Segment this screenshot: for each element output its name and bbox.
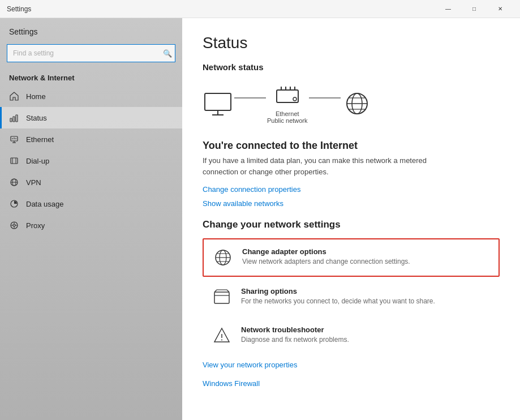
sidebar-item-status[interactable]: Status <box>0 107 182 128</box>
change-network-title: Change your network settings <box>203 219 500 230</box>
computer-icon-group <box>203 91 233 116</box>
sidebar-item-vpn[interactable]: VPN <box>0 172 182 193</box>
window-controls: — □ ✕ <box>435 0 513 18</box>
ethernet-icon <box>9 134 19 144</box>
content-area: Status Network status <box>182 18 520 420</box>
sidebar-section-label: Network & Internet <box>0 69 182 85</box>
sidebar-item-vpn-label: VPN <box>26 178 41 187</box>
sidebar-nav: Home Status <box>0 85 182 420</box>
status-icon <box>9 113 19 123</box>
svg-rect-9 <box>11 158 18 164</box>
network-status-label: Network status <box>203 62 500 72</box>
network-line-1 <box>234 97 266 98</box>
search-input[interactable] <box>7 44 175 62</box>
sidebar-search-container: 🔍 <box>7 44 175 62</box>
page-title: Status <box>203 34 500 52</box>
network-type-label: Public network <box>267 117 308 124</box>
svg-rect-1 <box>13 117 15 122</box>
sidebar-item-datausage-label: Data usage <box>26 200 64 208</box>
sharing-icon <box>212 287 232 307</box>
svg-rect-0 <box>10 118 12 122</box>
troubleshoot-icon <box>212 325 232 346</box>
maximize-button[interactable]: □ <box>461 0 487 18</box>
sidebar: Settings 🔍 Network & Internet Home <box>0 18 182 420</box>
change-adapter-item[interactable]: Change adapter options View network adap… <box>203 238 500 277</box>
bottom-links: View your network properties Windows Fir… <box>203 361 500 393</box>
sidebar-app-title: Settings <box>0 18 182 41</box>
adapter-desc: View network adapters and change connect… <box>242 257 410 267</box>
windows-firewall-link[interactable]: Windows Firewall <box>203 379 500 388</box>
sidebar-item-home[interactable]: Home <box>0 85 182 107</box>
search-icon: 🔍 <box>163 49 172 58</box>
troubleshooter-item[interactable]: Network troubleshooter Diagnose and fix … <box>203 318 500 354</box>
vpn-icon <box>9 177 19 187</box>
troubleshoot-text: Network troubleshooter Diagnose and fix … <box>241 325 349 345</box>
sidebar-item-home-label: Home <box>26 92 46 101</box>
internet-icon-group <box>342 91 372 116</box>
close-button[interactable]: ✕ <box>487 0 513 18</box>
adapter-text: Change adapter options View network adap… <box>242 247 410 267</box>
datausage-icon <box>9 199 19 209</box>
computer-svg <box>203 91 233 116</box>
adapter-title: Change adapter options <box>242 247 410 256</box>
proxy-icon <box>9 220 19 230</box>
svg-rect-22 <box>205 93 231 110</box>
connected-title: You're connected to the Internet <box>203 140 500 152</box>
sidebar-item-status-label: Status <box>26 114 47 122</box>
ethernet-label: Ethernet <box>267 110 308 117</box>
sharing-title: Sharing options <box>241 287 435 295</box>
sharing-text: Sharing options For the networks you con… <box>241 287 435 306</box>
app-body: Settings 🔍 Network & Internet Home <box>0 18 520 420</box>
view-properties-link[interactable]: View your network properties <box>203 361 500 369</box>
adapter-icon <box>213 247 233 268</box>
troubleshoot-title: Network troubleshooter <box>241 325 349 334</box>
svg-point-30 <box>293 97 296 101</box>
home-icon <box>9 91 19 101</box>
router-icon-group: Ethernet Public network <box>267 83 308 124</box>
sidebar-item-dialup[interactable]: Dial-up <box>0 150 182 172</box>
sharing-options-item[interactable]: Sharing options For the networks you con… <box>203 279 500 315</box>
network-line-2 <box>309 97 341 98</box>
show-networks-link[interactable]: Show available networks <box>203 199 500 208</box>
title-bar: Settings — □ ✕ <box>0 0 520 18</box>
sidebar-item-ethernet[interactable]: Ethernet <box>0 128 182 150</box>
change-connection-link[interactable]: Change connection properties <box>203 185 500 194</box>
minimize-button[interactable]: — <box>435 0 461 18</box>
sharing-desc: For the networks you connect to, decide … <box>241 297 435 306</box>
sidebar-item-datausage[interactable]: Data usage <box>0 193 182 215</box>
dialup-icon <box>9 156 19 166</box>
network-diagram: Ethernet Public network <box>203 83 500 124</box>
sidebar-item-proxy-label: Proxy <box>26 221 45 230</box>
globe-svg <box>342 91 372 116</box>
svg-point-17 <box>13 224 15 226</box>
troubleshoot-desc: Diagnose and fix network problems. <box>241 335 349 345</box>
svg-rect-2 <box>16 115 18 122</box>
sidebar-item-dialup-label: Dial-up <box>26 157 49 165</box>
connected-desc: If you have a limited data plan, you can… <box>203 155 429 177</box>
svg-point-47 <box>221 340 222 341</box>
sidebar-item-proxy[interactable]: Proxy <box>0 215 182 236</box>
svg-rect-41 <box>214 292 229 303</box>
app-title: Settings <box>7 5 435 13</box>
router-svg <box>272 83 303 108</box>
ethernet-network-label: Ethernet Public network <box>267 110 308 124</box>
sidebar-item-ethernet-label: Ethernet <box>26 135 54 144</box>
